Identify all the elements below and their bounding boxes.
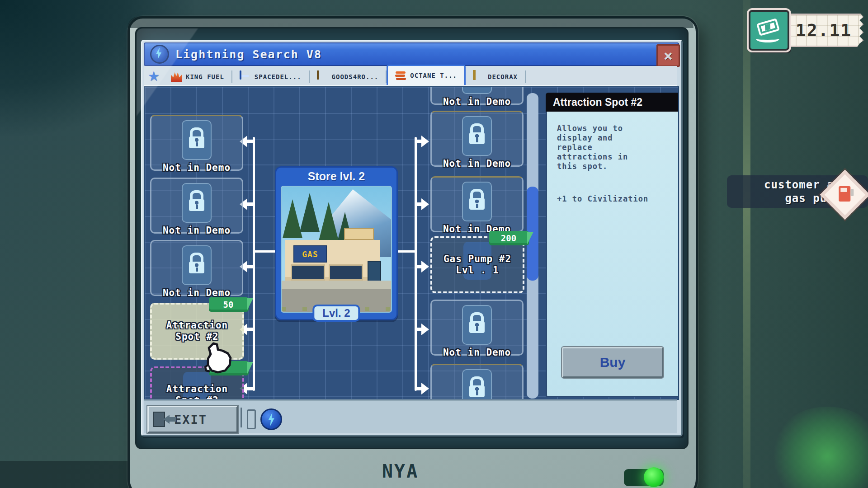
taskbar-slot (247, 409, 256, 429)
tab-divider (525, 70, 526, 83)
store-image: GAS (281, 186, 392, 313)
tab-decorax[interactable]: DECORAX (466, 69, 525, 85)
tech-tree-canvas: Not in Demo Not in Demo Not in Demo 50 A… (144, 86, 679, 400)
arrow-left-icon (163, 415, 170, 424)
store-level-badge: Lvl. 2 (312, 305, 360, 322)
detail-panel-effect: +1 to Civilization (557, 194, 648, 203)
lock-icon (462, 369, 492, 400)
lightning-taskbar-icon[interactable] (260, 408, 282, 430)
lock-icon (462, 305, 492, 345)
tree-scrollbar-track[interactable] (527, 93, 538, 399)
tab-bar: ★ KING FUEL SPACEDEL... GOODS4RO... OCTA… (144, 66, 677, 86)
tree-node-locked: Not in Demo (430, 300, 524, 356)
crown-icon (171, 71, 182, 82)
lock-icon (182, 120, 212, 160)
money-panel: 12.11 (784, 14, 863, 47)
tree-node-locked: Not in Demo (150, 240, 243, 296)
tab-goods4ro[interactable]: GOODS4RO... (310, 69, 386, 85)
room-stripe (743, 0, 750, 488)
price-tag: 50 (209, 297, 249, 312)
monitor-top-shade (127, 16, 693, 28)
tab-spacedel[interactable]: SPACEDEL... (232, 69, 309, 85)
tree-node-attraction-spot-3[interactable]: Attraction Spot #3 (150, 366, 244, 400)
lock-icon (182, 183, 212, 223)
tab-octane-active[interactable]: OCTANE T... (387, 65, 466, 85)
lock-icon (462, 116, 492, 156)
octane-icon (395, 70, 406, 81)
sidewalk-art (282, 281, 391, 289)
store-card: Store lvl. 2 GAS Lvl. 2 (275, 166, 398, 320)
tree-node-locked: Not in Demo (150, 178, 243, 234)
floor-shadow (0, 461, 136, 488)
arrow-right-icon (421, 261, 429, 272)
buy-button[interactable]: Buy (562, 347, 663, 378)
tree-node-locked: Not in Demo (430, 86, 524, 105)
roof-sign-art (344, 228, 374, 240)
tree-node-locked: Not in Demo (150, 115, 243, 171)
right-connector-spine (415, 137, 417, 391)
crate-icon (317, 70, 319, 80)
star-icon[interactable]: ★ (144, 68, 164, 85)
power-led (644, 467, 664, 487)
window-art (329, 264, 363, 281)
exit-button[interactable]: EXIT (147, 406, 238, 433)
price-tag (209, 361, 249, 375)
spacedel-icon (240, 70, 241, 80)
lightning-icon (150, 45, 169, 64)
arrow-right-icon (421, 198, 429, 210)
banknote-icon (749, 10, 789, 51)
window-titlebar: Lightning Search V8 (144, 42, 679, 66)
lock-icon (182, 245, 212, 285)
monitor-brand: NYA (382, 461, 436, 482)
close-button[interactable]: × (656, 44, 680, 67)
tree-node-gas-pump-2[interactable]: 200 Gas Pump #2 Lvl . 1 (430, 236, 524, 293)
tree-art (300, 193, 320, 232)
detail-panel-title: Attraction Spot #2 (546, 93, 679, 112)
window-art (291, 264, 325, 281)
detail-panel: Attraction Spot #2 Allows you to display… (546, 93, 679, 397)
taskbar-divider (241, 408, 242, 427)
left-connector-stub (254, 250, 275, 253)
tree-node-attraction-spot-2[interactable]: 50 Attraction Spot #2 (150, 303, 244, 360)
money-value: 12.11 (796, 20, 852, 40)
left-connector-spine (253, 137, 255, 391)
game-scene: NYA Lightning Search V8 × ★ KING FUEL SP… (0, 0, 868, 488)
store-card-title: Store lvl. 2 (276, 168, 396, 185)
tree-node-locked: Not in Demo (430, 176, 524, 232)
picture-icon (473, 70, 476, 80)
arrow-right-icon (421, 383, 429, 394)
arrow-right-icon (421, 136, 429, 147)
lock-icon (462, 86, 492, 94)
gas-sign: GAS (293, 245, 327, 263)
tree-node-locked: Not in Demo (430, 111, 524, 167)
window-title: Lightning Search V8 (175, 48, 322, 61)
detail-panel-description: Allows you to display and replace attrac… (557, 124, 634, 171)
tree-node-locked (430, 364, 524, 400)
tab-king-fuel[interactable]: KING FUEL (164, 69, 231, 85)
money-hud: 12.11 (749, 10, 861, 49)
price-tag: 200 (489, 231, 529, 245)
arrow-right-icon (421, 324, 429, 335)
lock-icon (462, 182, 492, 221)
door-art (368, 261, 381, 283)
